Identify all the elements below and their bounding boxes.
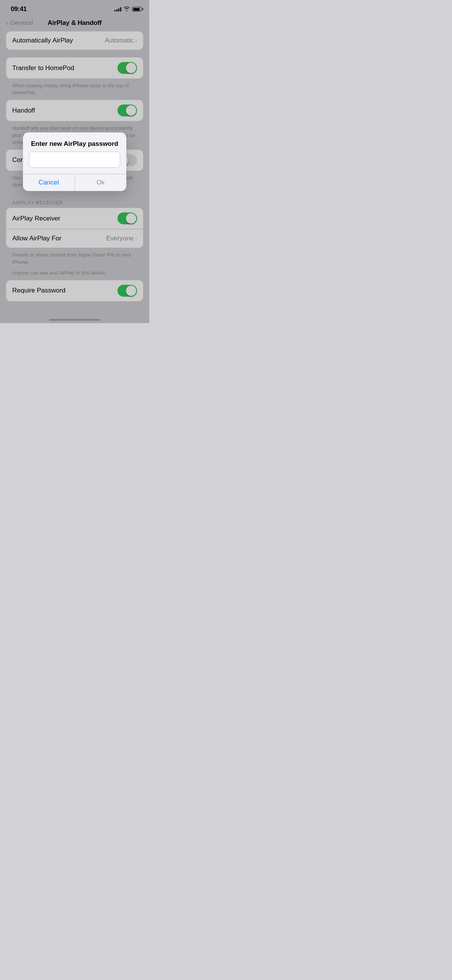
password-dialog: Enter new AirPlay password Cancel Ok (23, 132, 126, 191)
dialog-buttons: Cancel Ok (23, 174, 126, 191)
page: 09:41 ‹ General (0, 0, 149, 323)
dialog-title: Enter new AirPlay password (23, 132, 126, 152)
dialog-overlay: Enter new AirPlay password Cancel Ok (0, 0, 149, 323)
dialog-input-container (23, 152, 126, 174)
ok-button[interactable]: Ok (75, 174, 127, 191)
cancel-button[interactable]: Cancel (23, 174, 75, 191)
password-input[interactable] (29, 152, 120, 168)
